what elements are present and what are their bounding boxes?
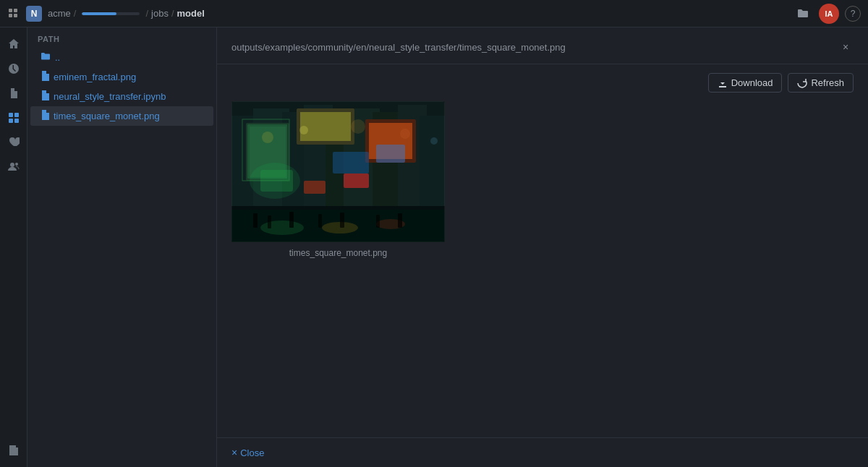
breadcrumb-sep1: / [74, 8, 77, 19]
svg-rect-34 [344, 173, 369, 188]
file-item-times-square-name: times_square_monet.png [54, 111, 160, 121]
topbar: N acme / / jobs / model IA ? [0, 0, 868, 27]
breadcrumb: acme / / jobs / model [48, 8, 205, 19]
refresh-icon [797, 78, 807, 88]
breadcrumb-sep3: / [171, 8, 174, 19]
svg-rect-2 [9, 14, 12, 17]
close-label: Close [240, 447, 264, 458]
file-ipynb-icon [41, 90, 49, 103]
svg-rect-47 [253, 213, 258, 228]
progress-bar-inner [82, 12, 116, 15]
preview-toolbar: Download Refresh [217, 64, 868, 101]
preview-close-x-button[interactable]: × [838, 39, 854, 55]
preview-header: outputs/examples/community/en/neural_sty… [217, 27, 868, 64]
grid-icon [7, 7, 20, 20]
progress-bar [82, 12, 140, 15]
image-preview [231, 101, 445, 242]
svg-rect-49 [289, 212, 294, 228]
svg-rect-51 [340, 213, 344, 228]
svg-point-42 [299, 126, 308, 134]
svg-point-9 [15, 163, 18, 166]
close-button[interactable]: × Close [231, 447, 264, 458]
nav-docs[interactable] [3, 440, 25, 461]
file-sidebar: path .. eminem_fractal.png [27, 27, 217, 467]
nav-home[interactable] [3, 33, 25, 55]
topbar-right: IA ? [793, 4, 861, 24]
svg-rect-6 [9, 119, 13, 123]
file-item-parent-name: .. [55, 52, 60, 63]
preview-panel: outputs/examples/community/en/neural_sty… [217, 27, 868, 467]
breadcrumb-jobs[interactable]: jobs [151, 8, 169, 19]
app-badge[interactable]: N [26, 6, 42, 22]
svg-rect-29 [300, 112, 351, 141]
svg-point-38 [260, 220, 304, 235]
preview-footer: × Close [217, 437, 868, 467]
svg-rect-3 [14, 14, 17, 17]
user-avatar[interactable]: IA [819, 4, 839, 24]
refresh-label: Refresh [811, 77, 844, 88]
preview-content: times_square_monet.png [217, 101, 868, 437]
nav-history[interactable] [3, 58, 25, 80]
svg-rect-32 [333, 152, 369, 173]
download-icon [718, 78, 728, 88]
svg-rect-52 [376, 215, 380, 228]
breadcrumb-sep2: / [145, 8, 148, 19]
svg-rect-0 [9, 9, 12, 12]
file-png-icon-1 [41, 71, 49, 83]
svg-rect-1 [14, 9, 17, 12]
nav-files[interactable] [3, 82, 25, 104]
nav-model[interactable] [3, 107, 25, 129]
svg-rect-4 [9, 113, 13, 117]
file-item-eminem-name: eminem_fractal.png [54, 72, 136, 82]
svg-rect-33 [376, 145, 405, 163]
close-x-icon: × [231, 447, 237, 458]
sidebar-header: path [27, 27, 216, 48]
folder-icon [41, 51, 51, 64]
download-button[interactable]: Download [708, 73, 783, 93]
file-item-eminem[interactable]: eminem_fractal.png [30, 67, 213, 87]
nav-heart[interactable] [3, 132, 25, 153]
svg-rect-7 [14, 119, 19, 123]
svg-point-44 [400, 129, 410, 139]
help-icon[interactable]: ? [845, 6, 861, 22]
folder-icon-btn[interactable] [793, 4, 813, 24]
nav-users[interactable] [3, 156, 25, 178]
svg-point-45 [430, 137, 438, 145]
file-png-icon-2 [41, 110, 49, 122]
svg-rect-53 [398, 213, 402, 228]
refresh-button[interactable]: Refresh [788, 73, 854, 93]
svg-rect-35 [304, 181, 326, 194]
file-item-neural[interactable]: neural_style_transfer.ipynb [30, 87, 213, 106]
svg-point-43 [351, 119, 365, 134]
download-label: Download [731, 77, 773, 88]
preview-image-svg [231, 101, 445, 242]
svg-point-8 [10, 163, 14, 167]
svg-rect-5 [14, 113, 19, 117]
breadcrumb-model: model [177, 8, 205, 19]
image-container: times_square_monet.png [231, 101, 445, 258]
svg-point-41 [262, 132, 273, 143]
file-item-neural-name: neural_style_transfer.ipynb [54, 91, 166, 102]
image-caption: times_square_monet.png [289, 248, 387, 258]
icon-nav [0, 27, 27, 467]
file-item-parent[interactable]: .. [30, 48, 213, 67]
preview-path: outputs/examples/community/en/neural_sty… [231, 42, 566, 53]
breadcrumb-acme[interactable]: acme [48, 8, 71, 19]
svg-rect-50 [318, 214, 322, 228]
main-layout: path .. eminem_fractal.png [0, 27, 868, 467]
svg-rect-48 [268, 215, 271, 228]
file-item-times-square[interactable]: times_square_monet.png [30, 106, 213, 126]
